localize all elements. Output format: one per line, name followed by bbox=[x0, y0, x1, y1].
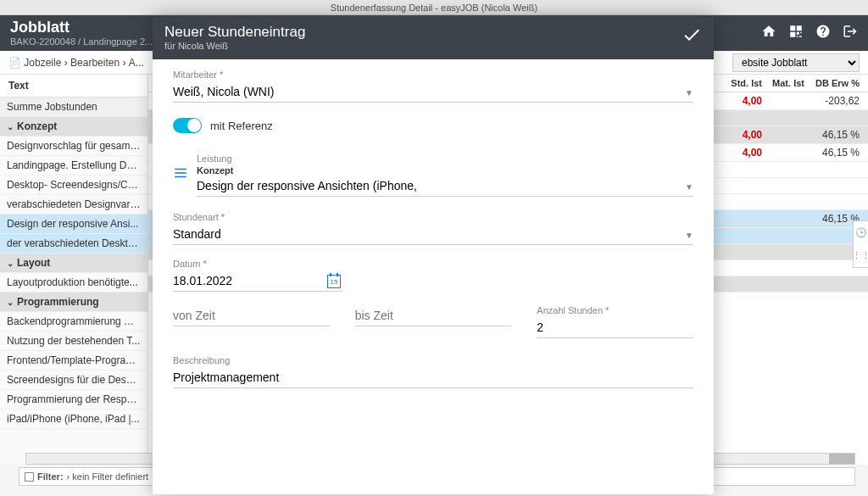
tree-row[interactable]: der verabschiedeten Deskto... bbox=[0, 234, 147, 254]
filter-text: › kein Filter definiert bbox=[67, 471, 149, 482]
confirm-button[interactable] bbox=[682, 25, 702, 50]
to-time-input[interactable] bbox=[355, 305, 512, 326]
tree-panel: Text Summe Jobstunden⌄ KonzeptDesignvors… bbox=[0, 75, 148, 465]
chevron-down-icon[interactable]: ▼ bbox=[685, 88, 693, 98]
modal-title: Neuer Stundeneintrag bbox=[164, 24, 682, 41]
employee-input[interactable] bbox=[173, 81, 693, 103]
tree-row[interactable]: ⌄ Programmierung bbox=[0, 293, 147, 312]
hours-field: Anzahl Stunden * bbox=[537, 305, 693, 338]
date-input[interactable] bbox=[173, 270, 342, 292]
tree-row[interactable]: Designvorschlag für gesamt... bbox=[0, 137, 147, 156]
description-label: Beschreibung bbox=[173, 355, 693, 365]
reference-toggle-row: mit Referenz bbox=[173, 118, 693, 133]
service-label: Leistung bbox=[197, 153, 693, 164]
modal-subtitle: für Nicola Weiß bbox=[164, 41, 682, 51]
service-input[interactable] bbox=[197, 176, 693, 197]
tree-row[interactable]: Layoutproduktion benötigte... bbox=[0, 273, 147, 293]
tree-row[interactable]: Nutzung der bestehenden T... bbox=[0, 332, 147, 351]
window-titlebar: Stundenerfassung Detail - easyJOB (Nicol… bbox=[0, 0, 868, 15]
date-label: Datum * bbox=[173, 259, 342, 269]
col-db-erw: DB Erw % bbox=[813, 78, 868, 88]
hourtype-field-group: Stundenart * ▼ bbox=[173, 212, 693, 245]
tree-header: Text bbox=[0, 75, 147, 98]
scrollbar-thumb[interactable] bbox=[829, 454, 854, 464]
employee-label: Mitarbeiter * bbox=[173, 70, 693, 80]
hours-label: Anzahl Stunden * bbox=[537, 305, 693, 315]
tree-row[interactable]: Frontend/Template-Program... bbox=[0, 351, 147, 371]
reference-toggle-label: mit Referenz bbox=[210, 120, 273, 132]
tree-row[interactable]: Landingpage. Erstellung De... bbox=[0, 156, 147, 176]
modal-body: Mitarbeiter * ▼ mit Referenz Leistung Ko… bbox=[153, 59, 714, 494]
tree-row[interactable]: verabschiedeten Designvari... bbox=[0, 195, 147, 215]
date-row: Datum * 15 bbox=[173, 259, 693, 292]
from-time-field bbox=[173, 305, 330, 338]
filter-label: Filter: bbox=[37, 471, 64, 482]
hourtype-label: Stundenart * bbox=[173, 212, 693, 222]
drag-handle-icon[interactable]: ⋮⋮ bbox=[852, 250, 869, 261]
tree-row[interactable]: Backendprogrammierung W... bbox=[0, 312, 147, 332]
chevron-down-icon[interactable]: ▼ bbox=[685, 182, 693, 192]
tree-row[interactable]: Programmierung der Respo... bbox=[0, 390, 147, 410]
filter-checkbox[interactable] bbox=[25, 472, 34, 482]
clock-icon[interactable]: 🕒 bbox=[855, 227, 867, 238]
chevron-down-icon[interactable]: ▼ bbox=[685, 231, 693, 240]
view-select[interactable]: ebsite Jobblatt bbox=[732, 53, 860, 72]
side-widget[interactable]: 🕒 ⋮⋮ bbox=[853, 220, 868, 268]
list-icon[interactable] bbox=[173, 165, 188, 184]
service-category: Konzept bbox=[197, 165, 693, 176]
tree-row[interactable]: Desktop- Screendesigns/Co... bbox=[0, 176, 147, 195]
tree-row[interactable]: ⌄ Layout bbox=[0, 254, 147, 273]
chevron-down-icon[interactable]: ⌄ bbox=[7, 259, 14, 268]
header-actions bbox=[761, 24, 858, 43]
to-time-field bbox=[355, 305, 512, 338]
time-entry-modal: Neuer Stundeneintrag für Nicola Weiß Mit… bbox=[153, 15, 714, 494]
breadcrumb-item-a[interactable]: A... bbox=[129, 57, 144, 69]
col-mat-ist: Mat. Ist bbox=[771, 78, 813, 88]
time-row: Anzahl Stunden * bbox=[173, 305, 693, 338]
chevron-down-icon[interactable]: ⌄ bbox=[7, 122, 14, 131]
tree-row[interactable]: iPad/iPhone (iPhone, iPad |... bbox=[0, 410, 147, 429]
reference-toggle[interactable] bbox=[173, 118, 202, 133]
col-std-ist: Std. Ist bbox=[724, 78, 771, 88]
date-field-group: Datum * 15 bbox=[173, 259, 342, 292]
breadcrumb-doc-icon: 📄 bbox=[8, 57, 21, 69]
help-icon[interactable] bbox=[815, 24, 831, 43]
tree-row[interactable]: Design der responsive Ansi... bbox=[0, 215, 147, 234]
breadcrumb-item-jobzeile[interactable]: Jobzeile bbox=[24, 57, 61, 69]
breadcrumb-item-bearbeiten[interactable]: Bearbeiten bbox=[70, 57, 120, 69]
employee-field-group: Mitarbeiter * ▼ bbox=[173, 70, 693, 103]
hours-input[interactable] bbox=[537, 317, 693, 338]
chevron-down-icon[interactable]: ⌄ bbox=[7, 298, 14, 307]
from-time-input[interactable] bbox=[173, 305, 330, 326]
home-icon[interactable] bbox=[761, 24, 776, 43]
logout-icon[interactable] bbox=[843, 24, 858, 43]
hourtype-input[interactable] bbox=[173, 224, 693, 245]
calendar-icon[interactable]: 15 bbox=[327, 275, 341, 288]
tree-row[interactable]: Screendesigns für die Deskt... bbox=[0, 371, 147, 390]
modal-header: Neuer Stundeneintrag für Nicola Weiß bbox=[153, 15, 714, 59]
tree-row[interactable]: ⌄ Konzept bbox=[0, 117, 147, 137]
tree-row[interactable]: Summe Jobstunden bbox=[0, 98, 147, 117]
description-field-group: Beschreibung bbox=[173, 355, 693, 388]
service-field-row: Leistung Konzept ▼ bbox=[173, 153, 693, 197]
description-input[interactable] bbox=[173, 367, 693, 388]
apps-icon[interactable] bbox=[788, 24, 804, 43]
